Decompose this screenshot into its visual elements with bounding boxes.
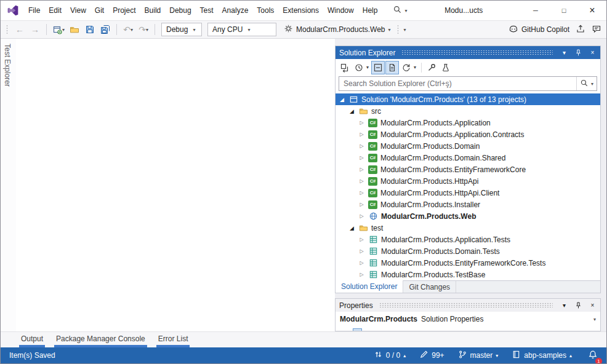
save-all-button[interactable] <box>98 22 112 37</box>
chevron-down-icon[interactable]: ▾ <box>414 65 416 70</box>
expand-arrow-icon[interactable]: ▷ <box>358 178 365 184</box>
expand-arrow-icon[interactable]: ▷ <box>358 237 365 242</box>
pending-changes-filter-button[interactable] <box>352 61 366 74</box>
save-button[interactable] <box>83 22 97 37</box>
menu-file[interactable]: File <box>24 1 44 20</box>
tree-node-test[interactable]: ▷ModularCrm.Products.Domain.Tests <box>336 245 600 257</box>
expand-arrow-icon[interactable]: ▷ <box>358 143 365 149</box>
menu-help[interactable]: Help <box>358 1 382 20</box>
menu-window[interactable]: Window <box>323 1 358 20</box>
open-file-button[interactable] <box>68 22 81 37</box>
tree-node-csharp[interactable]: ▷C#ModularCrm.Products.Installer <box>336 199 600 210</box>
show-all-files-button[interactable] <box>385 61 399 74</box>
tree-node-csharp[interactable]: ▷C#ModularCrm.Products.HttpApi <box>336 175 600 187</box>
expand-arrow-icon[interactable]: ▷ <box>358 155 365 160</box>
collapse-arrow-icon[interactable]: ◢ <box>348 225 355 231</box>
window-position-button[interactable]: ▾ <box>559 300 569 311</box>
tree-node-csharp[interactable]: ▷C#ModularCrm.Products.Application.Contr… <box>336 129 600 140</box>
titlebar-search-button[interactable]: ▾ <box>390 3 409 18</box>
menu-analyze[interactable]: Analyze <box>218 1 253 20</box>
tree-node-csharp[interactable]: ▷C#ModularCrm.Products.Domain.Shared <box>336 152 600 164</box>
expand-arrow-icon[interactable]: ▷ <box>358 260 365 266</box>
tree-node-test[interactable]: ▷ModularCrm.Products.Application.Tests <box>336 234 600 245</box>
expand-arrow-icon[interactable]: ▷ <box>358 132 365 137</box>
menu-edit[interactable]: Edit <box>44 1 66 20</box>
navigate-back-button[interactable]: ← <box>13 22 26 37</box>
solution-platform-select[interactable]: Any CPU ▾ <box>207 23 276 36</box>
notifications-button[interactable]: 1 <box>588 350 598 362</box>
tree-node-folder[interactable]: ◢src <box>336 105 600 117</box>
expand-arrow-icon[interactable]: ▷ <box>358 202 365 207</box>
tree-node-test[interactable]: ▷ModularCrm.Products.TestBase <box>336 269 600 280</box>
new-project-button[interactable]: ▾ <box>51 22 66 37</box>
pin-icon[interactable] <box>573 47 584 58</box>
github-copilot-button[interactable]: GitHub Copilot <box>509 24 569 36</box>
startup-project-select[interactable]: ModularCrm.Products.Web ▾ <box>280 22 395 37</box>
tree-node-solution[interactable]: ◢Solution 'ModularCrm.Products' (13 of 1… <box>336 93 600 105</box>
menu-git[interactable]: Git <box>90 1 108 20</box>
tab-output[interactable]: Output <box>19 332 45 347</box>
collapse-all-button[interactable] <box>371 61 385 74</box>
solution-configuration-select[interactable]: Debug ▾ <box>161 23 202 36</box>
collapse-arrow-icon[interactable]: ◢ <box>339 97 345 103</box>
chevron-down-icon[interactable]: ▾ <box>591 81 593 87</box>
panel-drag-grip[interactable] <box>401 50 553 55</box>
redo-button[interactable]: ↷ ▾ <box>137 22 150 37</box>
tab-package-manager-console[interactable]: Package Manager Console <box>54 332 147 347</box>
close-panel-button[interactable]: × <box>587 47 598 58</box>
sync-with-active-document-button[interactable] <box>400 61 413 74</box>
close-button[interactable]: × <box>578 1 606 20</box>
menu-extensions[interactable]: Extensions <box>278 1 323 20</box>
close-panel-button[interactable]: × <box>587 300 598 311</box>
properties-object-combo[interactable]: ModularCrm.Products Solution Properties … <box>336 312 600 326</box>
expand-arrow-icon[interactable]: ▷ <box>358 190 365 196</box>
expand-arrow-icon[interactable]: ▷ <box>358 213 365 219</box>
expand-arrow-icon[interactable]: ▷ <box>358 120 365 125</box>
expand-arrow-icon[interactable]: ▷ <box>358 248 365 254</box>
search-icon[interactable] <box>580 79 589 89</box>
git-repository-selector[interactable]: abp-samples ▴ <box>512 350 572 361</box>
panel-drag-grip[interactable] <box>379 303 553 308</box>
pin-icon[interactable] <box>573 300 584 311</box>
tree-node-csharp[interactable]: ▷C#ModularCrm.Products.HttpApi.Client <box>336 187 600 199</box>
pending-edits-indicator[interactable]: 99+ <box>419 350 444 361</box>
window-position-button[interactable]: ▾ <box>559 47 569 58</box>
solution-explorer-search-input[interactable] <box>339 79 576 88</box>
menu-build[interactable]: Build <box>140 1 166 20</box>
git-branch-selector[interactable]: master ▾ <box>458 350 499 361</box>
expand-arrow-icon[interactable]: ▷ <box>358 167 365 172</box>
send-feedback-button[interactable] <box>592 24 601 36</box>
switch-views-button[interactable] <box>338 61 352 74</box>
menu-tools[interactable]: Tools <box>252 1 278 20</box>
test-explorer-tab[interactable]: Test Explorer <box>3 44 12 87</box>
menu-debug[interactable]: Debug <box>165 1 195 20</box>
minimize-button[interactable]: ─ <box>521 1 550 20</box>
menu-test[interactable]: Test <box>196 1 218 20</box>
menu-project[interactable]: Project <box>108 1 140 20</box>
tree-node-test[interactable]: ▷ModularCrm.Products.EntityFrameworkCore… <box>336 257 600 269</box>
preview-selected-items-button[interactable] <box>439 61 452 74</box>
tree-node-web[interactable]: ▷ModularCrm.Products.Web <box>336 210 600 222</box>
properties-button[interactable] <box>425 61 438 74</box>
properties-header[interactable]: Properties ▾ × <box>336 299 600 312</box>
tree-node-folder[interactable]: ◢test <box>336 222 600 234</box>
tab-solution-explorer[interactable]: Solution Explorer <box>336 280 403 293</box>
toolbar-overflow-button[interactable]: ▾ <box>404 27 406 33</box>
collapse-arrow-icon[interactable]: ◢ <box>348 108 355 114</box>
solution-explorer-header[interactable]: Solution Explorer ▾ × <box>336 46 600 59</box>
navigate-forward-button[interactable]: → <box>28 22 42 37</box>
tab-error-list[interactable]: Error List <box>156 332 190 347</box>
menu-view[interactable]: View <box>66 1 90 20</box>
tree-node-csharp[interactable]: ▷C#ModularCrm.Products.Domain <box>336 140 600 152</box>
toolbar-overflow-grip[interactable] <box>396 25 400 34</box>
share-button[interactable] <box>576 24 585 36</box>
editor-workspace[interactable] <box>16 39 335 331</box>
tree-node-csharp[interactable]: ▷C#ModularCrm.Products.EntityFrameworkCo… <box>336 164 600 175</box>
commits-indicator[interactable]: 0 / 0 ▴ <box>374 350 406 361</box>
chevron-down-icon[interactable]: ▾ <box>366 65 369 70</box>
maximize-button[interactable]: □ <box>550 1 578 20</box>
expand-arrow-icon[interactable]: ▷ <box>358 272 365 277</box>
tree-node-csharp[interactable]: ▷C#ModularCrm.Products.Application <box>336 117 600 129</box>
toolbar-grip[interactable] <box>6 25 9 34</box>
tab-git-changes[interactable]: Git Changes <box>403 281 456 293</box>
